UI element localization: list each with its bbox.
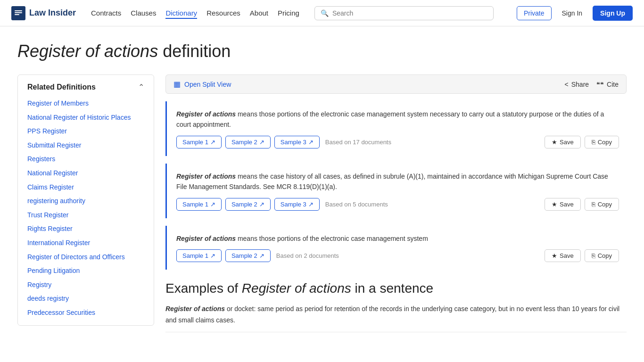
sidebar-link-national-register[interactable]: National Register [27,169,144,178]
sample3-btn-2[interactable]: Sample 3 ↗ [274,198,320,211]
share-button[interactable]: < Share [565,81,589,88]
save-button-3[interactable]: ★ Save [545,249,581,262]
private-button[interactable]: Private [517,6,552,20]
doc-count-1: Based on 17 documents [325,139,541,146]
external-link-icon-2c: ↗ [308,201,314,208]
definition-text-1: Register of actions means those portions… [176,109,619,130]
definition-text-2: Register of actions means the case histo… [176,171,619,192]
sample1-btn-2[interactable]: Sample 1 ↗ [176,198,222,211]
save-label-3: Save [560,252,574,259]
copy-label-2: Copy [598,201,612,208]
cite-icon: ❝❝ [596,81,604,88]
external-link-icon-1c: ↗ [308,139,314,146]
example-item-1: Register of actions or docket: same peri… [165,304,627,332]
brand-icon [11,6,25,20]
sample1-btn-1[interactable]: Sample 1 ↗ [176,136,222,148]
star-icon-3: ★ [552,252,557,259]
copy-label-3: Copy [598,252,612,259]
nav-contracts[interactable]: Contracts [91,7,121,19]
external-link-icon-3a: ↗ [210,252,215,259]
sample2-btn-1[interactable]: Sample 2 ↗ [225,136,271,148]
search-wrapper: 🔍 [314,6,494,20]
examples-section: Examples of Register of actions in a sen… [165,281,627,332]
sidebar-link-trust-register[interactable]: Trust Register [27,211,144,220]
sample1-label-3: Sample 1 [182,252,208,259]
main-content: ▦ Open Split View < Share ❝❝ Cite [165,74,627,332]
nav-resources[interactable]: Resources [206,7,240,19]
copy-button-1[interactable]: ⎘ Copy [585,136,619,148]
brand-logo[interactable]: Law Insider [11,6,76,20]
sidebar-link-deeds-registry[interactable]: deeds registry [27,294,144,304]
nav-pricing[interactable]: Pricing [278,7,299,19]
search-input[interactable] [332,9,487,17]
cite-label: Cite [607,81,619,88]
sidebar-link-claims-register[interactable]: Claims Register [27,183,144,192]
examples-title-prefix: Examples of [165,281,242,296]
search-icon: 🔍 [321,9,329,17]
definition-term-1: Register of actions [176,110,236,118]
cite-button[interactable]: ❝❝ Cite [596,81,619,88]
nav-clauses[interactable]: Clauses [131,7,156,19]
sidebar-link-submittal-register[interactable]: Submittal Register [27,141,144,150]
search-box: 🔍 [314,6,494,20]
definition-card-3: Register of actions means those portions… [165,226,627,270]
sample2-btn-3[interactable]: Sample 2 ↗ [225,249,271,262]
external-link-icon-1a: ↗ [210,139,215,146]
external-link-icon-1b: ↗ [259,139,264,146]
copy-button-3[interactable]: ⎘ Copy [585,249,619,262]
definition-body-1: means those portions of the electronic c… [176,110,604,128]
sample1-label-1: Sample 1 [182,139,208,146]
signin-button[interactable]: Sign In [557,7,587,20]
sidebar-link-international-register[interactable]: International Register [27,239,144,248]
definition-card-1: Register of actions means those portions… [165,101,627,156]
sidebar-link-predecessor-securities[interactable]: Predecessor Securities [27,308,144,318]
star-icon-2: ★ [552,201,557,208]
nav-links: Contracts Clauses Dictionary Resources A… [91,7,299,19]
page-title-italic: Register of actions [17,41,158,61]
sidebar-link-registers[interactable]: Registers [27,155,144,164]
save-button-1[interactable]: ★ Save [545,136,581,148]
definition-actions-2: Sample 1 ↗ Sample 2 ↗ Sample 3 ↗ Based o… [176,198,619,211]
nav-dictionary[interactable]: Dictionary [165,7,197,19]
save-button-2[interactable]: ★ Save [545,198,581,211]
sample3-btn-1[interactable]: Sample 3 ↗ [274,136,320,148]
sidebar-link-pending-litigation[interactable]: Pending Litigation [27,266,144,276]
sidebar-link-register-members[interactable]: Register of Members [27,99,144,108]
sample1-btn-3[interactable]: Sample 1 ↗ [176,249,222,262]
definition-actions-3: Sample 1 ↗ Sample 2 ↗ Based on 2 documen… [176,249,619,262]
sidebar-link-register-directors[interactable]: Register of Directors and Officers [27,253,144,262]
split-view-icon: ▦ [173,80,181,89]
sidebar-link-registering-authority[interactable]: registering authority [27,197,144,206]
nav-about[interactable]: About [250,7,268,19]
external-link-icon-2a: ↗ [210,201,215,208]
doc-count-2: Based on 5 documents [325,201,541,208]
share-icon: < [565,81,569,88]
star-icon-1: ★ [552,139,557,146]
copy-icon-1: ⎘ [592,139,595,146]
sidebar-link-registry[interactable]: Registry [27,280,144,290]
copy-button-2[interactable]: ⎘ Copy [585,198,619,211]
sidebar-link-national-register-historic[interactable]: National Register of Historic Places [27,113,144,123]
chevron-up-icon[interactable]: ⌃ [138,82,144,91]
examples-title-suffix: in a sentence [351,281,433,296]
sidebar-link-rights-register[interactable]: Rights Register [27,224,144,234]
sample2-btn-2[interactable]: Sample 2 ↗ [225,198,271,211]
content-layout: Related Definitions ⌃ Register of Member… [17,74,627,332]
copy-icon-2: ⎘ [592,201,595,208]
external-link-icon-2b: ↗ [259,201,264,208]
example-body-1: or docket: same period as period for ret… [165,305,619,324]
save-label-1: Save [560,139,574,146]
signup-button[interactable]: Sign Up [593,6,633,21]
definition-body-3: means those portions of the electronic c… [236,235,428,242]
sample2-label-3: Sample 2 [231,252,257,259]
open-split-view-button[interactable]: ▦ Open Split View [173,80,231,89]
sample3-label-2: Sample 3 [281,201,306,208]
sidebar-link-pps-register[interactable]: PPS Register [27,127,144,136]
sidebar-header: Related Definitions ⌃ [27,82,144,91]
external-link-icon-3b: ↗ [259,252,264,259]
share-label: Share [571,81,589,88]
definition-term-3: Register of actions [176,235,236,242]
definition-actions-1: Sample 1 ↗ Sample 2 ↗ Sample 3 ↗ Based o… [176,136,619,148]
sidebar-title: Related Definitions [27,83,96,91]
doc-count-3: Based on 2 documents [276,252,541,259]
